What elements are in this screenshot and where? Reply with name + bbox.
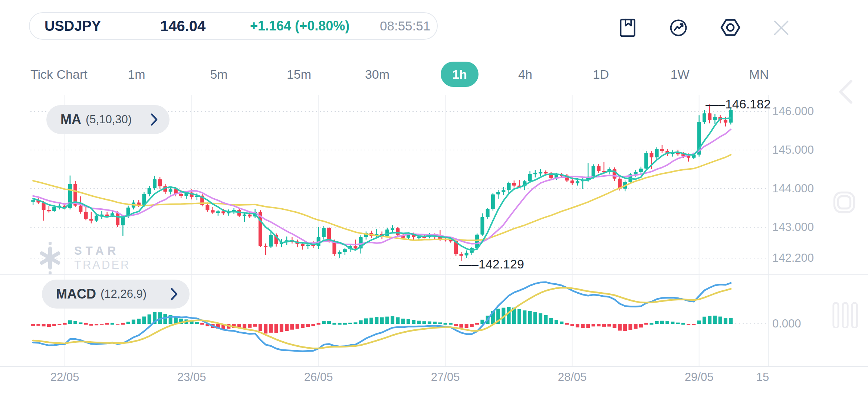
settings-hex-icon[interactable] xyxy=(720,17,741,38)
date-axis-label: 27/05 xyxy=(431,371,460,384)
tab-tick-chart[interactable]: Tick Chart xyxy=(30,62,88,87)
price-axis-label: 145.000 xyxy=(772,143,814,157)
ma-label: MA xyxy=(60,112,81,127)
date-axis-label: 23/05 xyxy=(177,371,206,384)
watermark-line1: STAR xyxy=(74,244,130,258)
date-axis-label: 22/05 xyxy=(50,371,79,384)
date-axis-label-edge: 15 xyxy=(756,371,769,384)
low-price-annotation: —–142.129 xyxy=(459,257,524,271)
bookmark-icon[interactable] xyxy=(617,17,638,38)
tab-30m[interactable]: 30m xyxy=(365,62,389,87)
macd-indicator-pill[interactable]: MACD (12,26,9) xyxy=(42,280,190,309)
ma-indicator-pill[interactable]: MA (5,10,30) xyxy=(46,105,170,134)
last-price: 146.04 xyxy=(160,13,206,39)
tab-15m[interactable]: 15m xyxy=(287,62,311,87)
macd-label: MACD xyxy=(56,286,96,302)
tab-5m[interactable]: 5m xyxy=(210,62,227,87)
tab-mn[interactable]: MN xyxy=(749,62,769,87)
trading-app-screen: { "header": { "symbol": "USDJPY", "price… xyxy=(0,0,868,401)
macd-zero-label: 0.000 xyxy=(772,317,801,330)
symbol-name: USDJPY xyxy=(45,13,101,39)
price-axis-label: 142.200 xyxy=(772,251,814,265)
trend-circle-icon[interactable] xyxy=(668,17,689,38)
tab-1d[interactable]: 1D xyxy=(593,62,609,87)
chevron-right-icon xyxy=(150,113,158,126)
symbol-header-pill[interactable]: USDJPY 146.04 +1.164 (+0.80%) 08:55:51 xyxy=(29,12,438,40)
collapse-panel-chevron-icon[interactable] xyxy=(834,78,858,105)
chevron-right-icon xyxy=(170,288,178,300)
high-price-annotation: —–146.182 xyxy=(706,97,771,111)
date-axis-label: 29/05 xyxy=(685,371,714,384)
price-macd-chart[interactable] xyxy=(0,0,868,401)
tab-1h[interactable]: 1h xyxy=(441,62,479,87)
date-axis-label: 26/05 xyxy=(304,371,333,384)
drawer-bars-icon[interactable] xyxy=(832,301,858,328)
star-logo-icon xyxy=(34,241,66,275)
watermark-line2: TRADER xyxy=(74,258,130,272)
tab-1m[interactable]: 1m xyxy=(128,62,145,87)
ma-params: (5,10,30) xyxy=(86,113,132,126)
brand-watermark: STAR TRADER xyxy=(34,241,130,275)
macd-params: (12,26,9) xyxy=(101,287,147,301)
price-axis-label: 146.000 xyxy=(772,105,814,118)
date-axis-label: 28/05 xyxy=(558,371,587,384)
server-time: 08:55:51 xyxy=(380,13,430,39)
tab-4h[interactable]: 4h xyxy=(518,62,532,87)
price-axis-label: 143.000 xyxy=(772,221,814,234)
tab-1w[interactable]: 1W xyxy=(671,62,690,87)
close-icon[interactable] xyxy=(771,17,792,38)
price-axis-label: 144.000 xyxy=(772,182,814,195)
price-change: +1.164 (+0.80%) xyxy=(250,13,349,39)
screenshot-square-icon[interactable] xyxy=(832,190,857,215)
